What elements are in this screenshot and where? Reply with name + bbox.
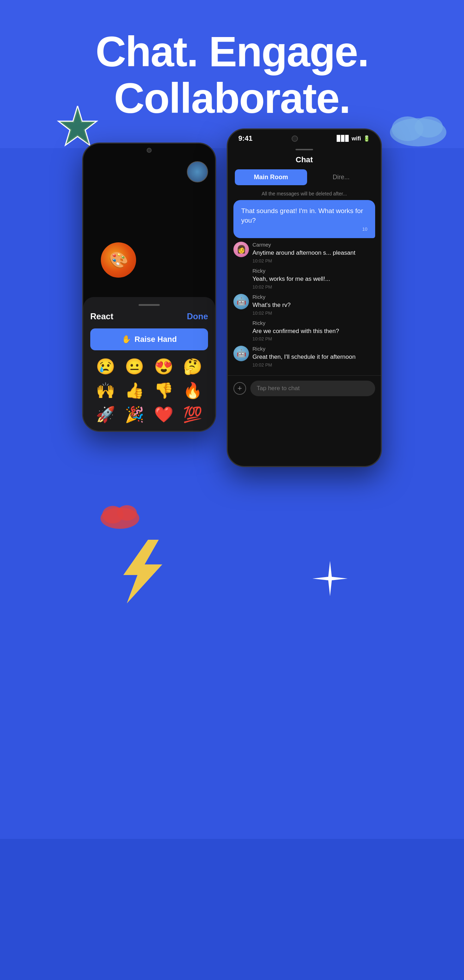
done-button[interactable]: Done	[187, 312, 208, 321]
sparkle-star-icon	[309, 557, 351, 601]
message-text-ricky-1: Yeah, works for me as well!...	[253, 275, 375, 283]
raise-hand-button[interactable]: ✋ Raise Hand	[90, 328, 208, 350]
emoji-heart[interactable]: ❤️	[152, 405, 176, 424]
attachment-button[interactable]: +	[234, 382, 246, 395]
sender-name-ricky-3: Ricky	[253, 320, 375, 326]
raise-hand-icon: ✋	[122, 335, 131, 344]
chat-input-bar: +	[228, 375, 381, 401]
emoji-thumbs-down[interactable]: 👎	[152, 381, 176, 400]
message-content-carmey: Carmey Anytime around afternoon s... ple…	[253, 242, 375, 264]
emoji-rocket[interactable]: 🚀	[94, 405, 118, 424]
message-text-ricky-2: What's the rv?	[253, 301, 375, 309]
plus-icon: +	[238, 384, 242, 393]
battery-icon: 🔋	[363, 135, 370, 142]
outgoing-bubble-text: That sounds great! I'm in. What works fo…	[241, 206, 367, 225]
hero-section: Chat. Engage. Collaborate.	[0, 0, 464, 135]
emoji-thumbs-up[interactable]: 👍	[123, 381, 147, 400]
avatar-carmey: 👩	[234, 242, 249, 257]
sender-name-ricky-1: Ricky	[253, 268, 375, 274]
phone-right-screen: 9:41 ▊▊▊ wifi 🔋 Chat Main Room Dire... A…	[228, 129, 381, 466]
front-camera-left	[147, 148, 152, 153]
emoji-crying[interactable]: 😢	[94, 357, 118, 376]
message-time-ricky-4: 10:02 PM	[253, 362, 375, 368]
emoji-thinking[interactable]: 🤔	[181, 357, 205, 376]
small-avatar-video	[187, 161, 208, 182]
chat-input[interactable]	[250, 381, 375, 396]
chat-notice: All the messages will be deleted after..…	[228, 189, 381, 200]
phone-left-screen: 🎨 React Done ✋ Raise Hand 😢 😐 😍	[83, 143, 215, 431]
sender-name-carmey: Carmey	[253, 242, 375, 248]
phone-right: 9:41 ▊▊▊ wifi 🔋 Chat Main Room Dire... A…	[227, 129, 382, 467]
message-content-ricky-4: Ricky Great then, I'll schedule it for a…	[253, 346, 375, 368]
wifi-icon: wifi	[351, 135, 361, 142]
emoji-party[interactable]: 🎉	[123, 405, 147, 424]
phone-left: 🎨 React Done ✋ Raise Hand 😢 😐 😍	[82, 143, 216, 432]
message-time-ricky-3: 10:02 PM	[253, 336, 375, 342]
hero-title: Chat. Engage. Collaborate.	[0, 28, 464, 121]
sender-name-ricky-4: Ricky	[253, 346, 375, 352]
outgoing-bubble-time: 10	[241, 226, 367, 232]
svg-point-9	[117, 505, 137, 521]
raise-hand-label: Raise Hand	[135, 335, 177, 344]
message-text-carmey: Anytime around afternoon s... pleasant	[253, 249, 375, 257]
react-header: React Done	[90, 312, 208, 321]
status-time: 9:41	[238, 134, 253, 143]
background-bottom	[0, 839, 464, 980]
emoji-heart-eyes[interactable]: 😍	[152, 357, 176, 376]
cloud-red-icon	[99, 495, 141, 532]
tab-direct[interactable]: Dire...	[308, 169, 374, 185]
status-bar: 9:41 ▊▊▊ wifi 🔋	[228, 129, 381, 145]
chat-header-title: Chat	[228, 153, 381, 169]
chat-row-ricky-2: 🤖 Ricky What's the rv? 10:02 PM	[234, 294, 375, 316]
hero-title-line1: Chat. Engage.	[95, 28, 369, 75]
signal-icon: ▊▊▊	[337, 135, 350, 142]
avatar-ricky: 🤖	[234, 294, 249, 309]
main-avatar-video: 🎨	[101, 242, 136, 278]
tab-main-room[interactable]: Main Room	[235, 169, 307, 185]
chat-row-carmey: 👩 Carmey Anytime around afternoon s... p…	[234, 242, 375, 264]
chat-messages: 👩 Carmey Anytime around afternoon s... p…	[228, 242, 381, 372]
chat-row-ricky-4: 🤖 Ricky Great then, I'll schedule it for…	[234, 346, 375, 368]
bottom-decoration	[0, 481, 464, 622]
avatar-ricky-2: 🤖	[234, 346, 249, 361]
react-title: React	[90, 312, 113, 321]
sender-name-ricky-2: Ricky	[253, 294, 375, 300]
lightning-bolt-icon	[99, 536, 176, 608]
chat-row-ricky-3: Ricky Are we confirmed with this then? 1…	[234, 320, 375, 342]
emoji-fire[interactable]: 🔥	[181, 381, 205, 400]
emoji-100[interactable]: 💯	[181, 405, 205, 424]
front-camera-right	[292, 135, 298, 142]
chat-tabs: Main Room Dire...	[228, 169, 381, 189]
message-text-ricky-3: Are we confirmed with this then?	[253, 327, 375, 336]
message-content-ricky-2: Ricky What's the rv? 10:02 PM	[253, 294, 375, 316]
drag-handle	[138, 304, 160, 306]
emoji-grid: 😢 😐 😍 🤔 🙌 👍 👎 🔥 🚀 🎉 ❤️ 💯	[90, 357, 208, 424]
react-panel: React Done ✋ Raise Hand 😢 😐 😍 🤔 🙌 👍 👎 🔥	[83, 297, 215, 431]
svg-marker-6	[123, 540, 162, 603]
message-time-ricky-1: 10:02 PM	[253, 284, 375, 290]
chat-row-ricky-1: Ricky Yeah, works for me as well!... 10:…	[234, 268, 375, 290]
chat-drag-handle	[296, 149, 313, 150]
outgoing-bubble: That sounds great! I'm in. What works fo…	[234, 200, 375, 238]
emoji-raised-hands[interactable]: 🙌	[94, 381, 118, 400]
message-time-carmey: 10:02 PM	[253, 258, 375, 264]
message-text-ricky-4: Great then, I'll schedule it for afterno…	[253, 353, 375, 361]
hero-title-line2: Collaborate.	[114, 75, 350, 122]
status-icons: ▊▊▊ wifi 🔋	[337, 135, 370, 142]
phones-container: 🎨 React Done ✋ Raise Hand 😢 😐 😍	[0, 129, 464, 467]
message-time-ricky-2: 10:02 PM	[253, 310, 375, 316]
emoji-neutral[interactable]: 😐	[123, 357, 147, 376]
